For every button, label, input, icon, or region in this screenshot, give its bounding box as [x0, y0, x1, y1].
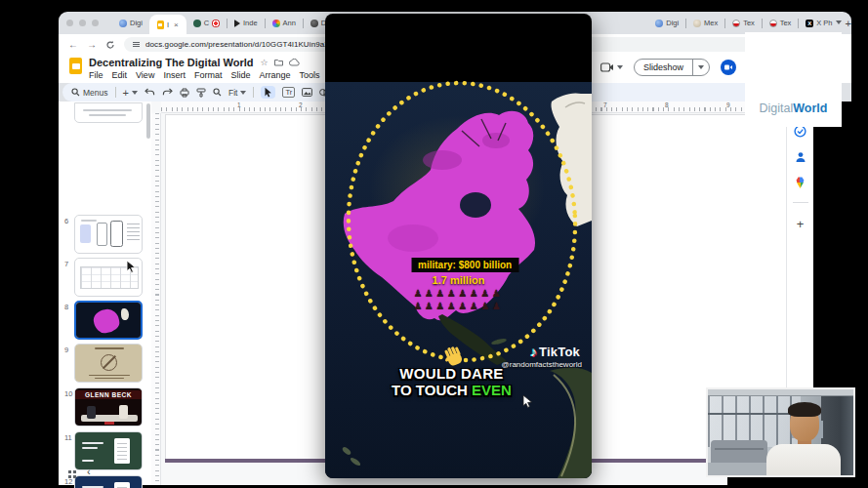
chevron-down-icon	[617, 65, 623, 69]
thumbnail-slide-9[interactable]	[74, 344, 143, 383]
window-rail	[708, 413, 801, 415]
reload-icon[interactable]	[105, 40, 115, 50]
zoom-select[interactable]: Fit	[228, 88, 246, 98]
ruler-number: 1	[237, 102, 241, 108]
flag-favicon	[732, 20, 740, 27]
panel-footer: ‹	[68, 466, 91, 477]
tab-tex-2[interactable]: Tex	[763, 12, 799, 34]
chevron-down-icon	[698, 65, 704, 69]
slideshow-dropdown[interactable]	[692, 60, 709, 75]
light-favicon	[693, 20, 701, 27]
grid-view-icon[interactable]	[68, 470, 71, 473]
search-icon	[71, 88, 80, 97]
tab-ann[interactable]: Ann	[266, 12, 303, 34]
menu-insert[interactable]: Insert	[163, 70, 186, 80]
tab-c[interactable]: C	[186, 12, 227, 34]
tiktok-handle: @randomfactstheworld	[502, 360, 582, 369]
tab-tex-1[interactable]: Tex	[725, 12, 762, 34]
logo-word-world: World	[793, 102, 827, 115]
tab-digitalworld[interactable]: Digi	[112, 12, 149, 34]
presenter-webcam	[706, 387, 855, 477]
get-addons-icon[interactable]: +	[797, 217, 805, 231]
menu-edit[interactable]: Edit	[112, 70, 128, 80]
undo-icon[interactable]	[145, 88, 155, 97]
close-window-button[interactable]	[66, 20, 73, 26]
menu-arrange[interactable]: Arrange	[259, 70, 290, 80]
redo-icon[interactable]	[162, 88, 173, 97]
mouse-cursor-icon	[126, 260, 137, 273]
tab-label: Inde	[243, 19, 258, 27]
back-button[interactable]: ←	[68, 39, 78, 50]
digitalworld-wordmark: DigitalWorld	[745, 102, 842, 115]
zoom-value: Fit	[228, 88, 237, 98]
tab-xph-2[interactable]: X X Ph	[799, 12, 839, 34]
tiktok-logo: ♪ TikTok	[530, 344, 580, 359]
menus-search-button[interactable]: Menus	[71, 88, 108, 98]
globe-favicon	[655, 20, 663, 27]
select-tool-button[interactable]	[261, 86, 275, 99]
move-folder-icon[interactable]	[274, 59, 283, 66]
menu-format[interactable]: Format	[194, 70, 223, 80]
ruler-number: 9	[726, 102, 730, 108]
minimize-window-button[interactable]	[79, 20, 86, 26]
paint-format-icon[interactable]	[196, 88, 206, 98]
play-favicon	[234, 20, 240, 27]
s-favicon	[193, 20, 201, 27]
new-tab-button[interactable]: +	[846, 18, 851, 29]
window-controls[interactable]	[66, 20, 99, 26]
slide-thumbnail-panel: 6 7 8 9 10	[59, 102, 151, 485]
presenter-hair	[788, 402, 821, 417]
military-stat-label: military: $800 billion	[411, 258, 518, 272]
soldier-icons-row: ♟♟♟♟♟♟♟♟	[325, 288, 592, 299]
present-camera-button[interactable]	[600, 62, 623, 72]
tiktok-note-icon: ♪	[530, 344, 537, 359]
slides-app-icon[interactable]	[69, 58, 82, 74]
tab-inde[interactable]: Inde	[227, 12, 265, 34]
vertical-ruler	[151, 113, 161, 485]
cloud-status-icon[interactable]	[289, 59, 300, 66]
document-title[interactable]: Decentralizing The Digital World	[89, 57, 253, 68]
thumbnail-slide-5-partial[interactable]	[74, 102, 143, 123]
menu-file[interactable]: File	[89, 70, 103, 80]
caption-prefix: TO TOUCH	[392, 382, 472, 398]
thumbnail-slide-10[interactable]: GLENN BECK	[74, 387, 143, 427]
tab-label: Tex	[743, 19, 755, 27]
menu-slide[interactable]: Slide	[230, 70, 250, 80]
menu-view[interactable]: View	[136, 70, 154, 80]
new-slide-button[interactable]: +	[123, 87, 138, 99]
maps-pin-icon[interactable]	[796, 177, 805, 188]
thumbnail-number: 8	[64, 303, 68, 311]
thumbnail-slide-11[interactable]	[74, 431, 143, 470]
tab-slides-active[interactable]: I ×	[149, 15, 186, 34]
thumbnail-slide-6[interactable]	[74, 215, 143, 254]
star-document-icon[interactable]: ☆	[260, 58, 268, 67]
site-info-icon[interactable]	[133, 42, 140, 48]
forward-button[interactable]: →	[87, 39, 97, 50]
cursor-icon	[264, 87, 272, 98]
document-title-row: Decentralizing The Digital World ☆	[89, 57, 300, 68]
tab-digitalworld-2[interactable]: Digi	[648, 12, 685, 34]
insert-image-icon[interactable]	[302, 88, 312, 97]
room-ceiling	[708, 389, 853, 396]
contacts-icon[interactable]	[795, 151, 806, 163]
toolbar-separator	[253, 87, 254, 98]
thumbnail-slide-8-selected[interactable]	[74, 301, 143, 340]
text-box-button[interactable]: Tr	[282, 87, 295, 98]
print-icon[interactable]	[180, 88, 189, 98]
tiktok-video-overlay[interactable]: military: $800 billion 1.7 million ♟♟♟♟♟…	[325, 14, 592, 478]
zoom-icon[interactable]	[213, 88, 222, 97]
meet-button[interactable]	[721, 60, 736, 75]
thumbnail-scrollbar[interactable]	[146, 103, 150, 139]
record-icon	[212, 20, 220, 27]
tab-label: I	[167, 20, 169, 29]
menu-tools[interactable]: Tools	[299, 70, 319, 80]
globe-favicon	[119, 20, 127, 27]
close-tab-icon[interactable]: ×	[174, 20, 179, 29]
tab-search-chevron-icon[interactable]	[836, 20, 842, 24]
maximize-window-button[interactable]	[92, 20, 99, 26]
thumbnail-number: 11	[64, 433, 72, 442]
collapse-filmstrip-icon[interactable]: ‹	[87, 466, 91, 477]
slideshow-button[interactable]: Slideshow	[634, 59, 710, 76]
tab-mex[interactable]: Mex	[686, 12, 724, 34]
camera-icon	[600, 62, 614, 72]
